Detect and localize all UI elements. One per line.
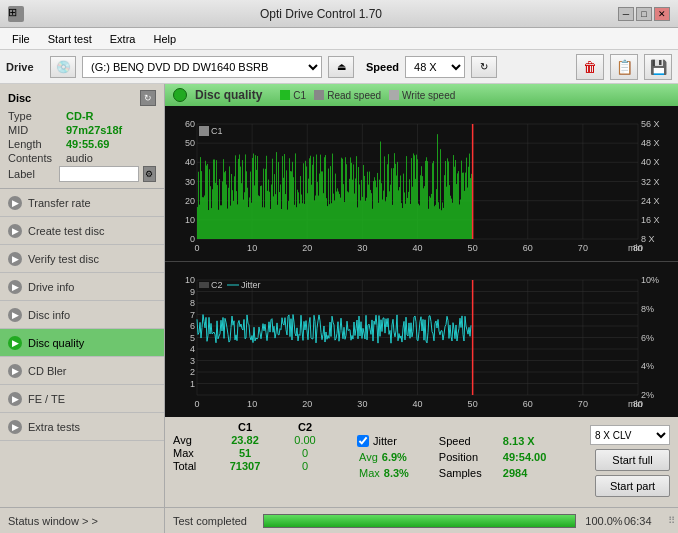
disc-type-label: Type	[8, 110, 66, 122]
drive-icon-button[interactable]: 💿	[50, 56, 76, 78]
legend: C1 Read speed Write speed	[280, 90, 455, 101]
stats-table: C1 C2 Avg 23.82 0.00 Max 51 0 Total 7130…	[173, 421, 331, 472]
resize-grip: ⠿	[664, 508, 678, 534]
progress-time: 06:34	[624, 515, 664, 527]
save-button[interactable]: 💾	[644, 54, 672, 80]
nav-icon-extra: ▶	[8, 420, 22, 434]
menubar: File Start test Extra Help	[0, 28, 678, 50]
menu-file[interactable]: File	[4, 31, 38, 47]
right-panel: Disc quality C1 Read speed Write speed	[165, 84, 678, 507]
stats-avg-c2: 0.00	[279, 434, 331, 446]
chart1-canvas	[165, 106, 678, 261]
speed-select[interactable]: 48 X	[405, 56, 465, 78]
disc-length-label: Length	[8, 138, 66, 150]
copy-button[interactable]: 📋	[610, 54, 638, 80]
disc-title: Disc	[8, 92, 31, 104]
legend-read-color	[314, 90, 324, 100]
jitter-avg-label: Avg	[359, 451, 378, 463]
speed-label: Speed	[366, 61, 399, 73]
close-button[interactable]: ✕	[654, 7, 670, 21]
nav-icon-disc-info: ▶	[8, 308, 22, 322]
nav-create-test-disc[interactable]: ▶ Create test disc	[0, 217, 164, 245]
nav-icon-drive: ▶	[8, 280, 22, 294]
nav-label-drive-info: Drive info	[28, 281, 74, 293]
nav-disc-quality[interactable]: ▶ Disc quality	[0, 329, 164, 357]
menu-start-test[interactable]: Start test	[40, 31, 100, 47]
nav-icon-fe-te: ▶	[8, 392, 22, 406]
nav-transfer-rate[interactable]: ▶ Transfer rate	[0, 189, 164, 217]
drivebar: Drive 💿 (G:) BENQ DVD DD DW1640 BSRB ⏏ S…	[0, 50, 678, 84]
nav-verify-test-disc[interactable]: ▶ Verify test disc	[0, 245, 164, 273]
nav-items: ▶ Transfer rate ▶ Create test disc ▶ Ver…	[0, 189, 164, 507]
disc-quality-header: Disc quality C1 Read speed Write speed	[165, 84, 678, 106]
button-section: 8 X CLV Start full Start part	[590, 421, 670, 497]
menu-help[interactable]: Help	[145, 31, 184, 47]
stats-max-label: Max	[173, 447, 211, 459]
legend-read-label: Read speed	[327, 90, 381, 101]
statusbar: Status window > > Test completed 100.0% …	[0, 507, 678, 533]
drive-label: Drive	[6, 61, 44, 73]
app-icon: ⊞	[8, 6, 24, 22]
nav-icon-disc-quality: ▶	[8, 336, 22, 350]
minimize-button[interactable]: ─	[618, 7, 634, 21]
disc-label-gear-button[interactable]: ⚙	[143, 166, 156, 182]
jitter-checkbox[interactable]	[357, 435, 369, 447]
disc-contents-label: Contents	[8, 152, 66, 164]
nav-drive-info[interactable]: ▶ Drive info	[0, 273, 164, 301]
nav-icon-verify: ▶	[8, 252, 22, 266]
disc-panel: Disc ↻ Type CD-R MID 97m27s18f Length 49…	[0, 84, 164, 189]
disc-length-value: 49:55.69	[66, 138, 109, 150]
jitter-label: Jitter	[373, 435, 397, 447]
chart1-container	[165, 106, 678, 262]
legend-write-label: Write speed	[402, 90, 455, 101]
jitter-max-label: Max	[359, 467, 380, 479]
stats-panel: C1 C2 Avg 23.82 0.00 Max 51 0 Total 7130…	[165, 417, 678, 507]
chart2-canvas	[165, 262, 678, 417]
stats-header-c1: C1	[219, 421, 271, 433]
start-full-button[interactable]: Start full	[595, 449, 670, 471]
nav-icon-create: ▶	[8, 224, 22, 238]
disc-label-input[interactable]	[59, 166, 139, 182]
progress-bar-container	[263, 514, 576, 528]
disc-type-value: CD-R	[66, 110, 94, 122]
erase-button[interactable]: 🗑	[576, 54, 604, 80]
legend-c1-label: C1	[293, 90, 306, 101]
nav-label-verify-test-disc: Verify test disc	[28, 253, 99, 265]
nav-label-fe-te: FE / TE	[28, 393, 65, 405]
position-key: Position	[439, 451, 499, 463]
refresh-button[interactable]: ↻	[471, 56, 497, 78]
samples-key: Samples	[439, 467, 499, 479]
stats-max-c1: 51	[219, 447, 271, 459]
nav-label-disc-info: Disc info	[28, 309, 70, 321]
status-window-button[interactable]: Status window > >	[0, 508, 165, 533]
eject-button[interactable]: ⏏	[328, 56, 354, 78]
legend-read-speed: Read speed	[314, 90, 381, 101]
app-title: Opti Drive Control 1.70	[24, 7, 618, 21]
disc-quality-title: Disc quality	[195, 88, 262, 102]
disc-label-key: Label	[8, 168, 55, 180]
nav-extra-tests[interactable]: ▶ Extra tests	[0, 413, 164, 441]
disc-mid-label: MID	[8, 124, 66, 136]
nav-cd-bler[interactable]: ▶ CD Bler	[0, 357, 164, 385]
maximize-button[interactable]: □	[636, 7, 652, 21]
window-controls: ─ □ ✕	[618, 7, 670, 21]
titlebar: ⊞ Opti Drive Control 1.70 ─ □ ✕	[0, 0, 678, 28]
stats-total-label: Total	[173, 460, 211, 472]
nav-fe-te[interactable]: ▶ FE / TE	[0, 385, 164, 413]
nav-icon-transfer: ▶	[8, 196, 22, 210]
stats-max-c2: 0	[279, 447, 331, 459]
nav-label-cd-bler: CD Bler	[28, 365, 67, 377]
stats-total-c1: 71307	[219, 460, 271, 472]
disc-mid-value: 97m27s18f	[66, 124, 122, 136]
stats-avg-c1: 23.82	[219, 434, 271, 446]
menu-extra[interactable]: Extra	[102, 31, 144, 47]
legend-write-speed: Write speed	[389, 90, 455, 101]
nav-label-disc-quality: Disc quality	[28, 337, 84, 349]
nav-label-extra-tests: Extra tests	[28, 421, 80, 433]
stats-avg-label: Avg	[173, 434, 211, 446]
nav-disc-info[interactable]: ▶ Disc info	[0, 301, 164, 329]
start-part-button[interactable]: Start part	[595, 475, 670, 497]
disc-refresh-button[interactable]: ↻	[140, 90, 156, 106]
speed-clv-select[interactable]: 8 X CLV	[590, 425, 670, 445]
drive-select[interactable]: (G:) BENQ DVD DD DW1640 BSRB	[82, 56, 322, 78]
